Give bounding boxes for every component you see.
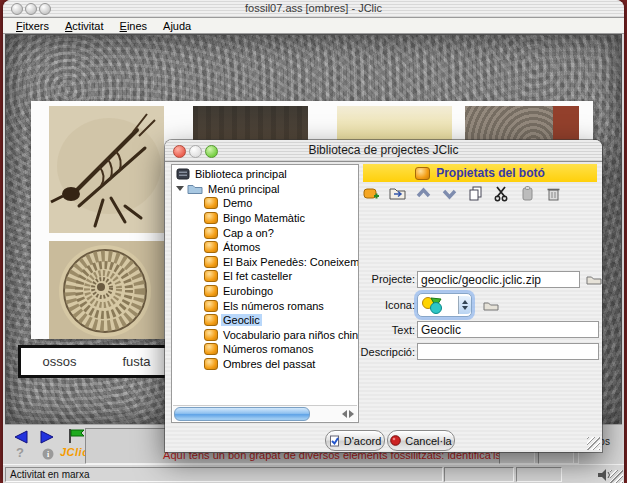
fossil-ammonite-image[interactable] bbox=[49, 241, 164, 339]
copy-icon[interactable] bbox=[467, 185, 484, 202]
tree-item-label: Números romanos bbox=[221, 343, 315, 355]
scrollbar-thumb[interactable] bbox=[174, 407, 310, 421]
tree-folder-label: Menú principal bbox=[206, 183, 282, 195]
description-field[interactable] bbox=[417, 343, 599, 360]
tree-item-label: Els números romans bbox=[221, 300, 326, 312]
project-tree-panel: Biblioteca principal Menú principal Demo bbox=[171, 164, 359, 423]
main-titlebar[interactable]: fossil07.ass [ombres] - JClic bbox=[3, 0, 624, 18]
project-button-icon bbox=[204, 300, 218, 312]
word-cell[interactable]: ossos bbox=[21, 354, 98, 369]
ok-icon bbox=[329, 435, 340, 447]
dialog-resize-grip[interactable] bbox=[587, 437, 600, 450]
new-button-icon[interactable] bbox=[363, 185, 380, 202]
text-field-label: Text: bbox=[315, 324, 415, 336]
project-button-icon bbox=[204, 212, 218, 224]
icon-field-label: Icona: bbox=[315, 299, 415, 311]
project-button-icon bbox=[204, 227, 218, 239]
project-button-icon bbox=[204, 358, 218, 370]
restart-flag-icon[interactable] bbox=[66, 428, 87, 448]
move-down-icon[interactable] bbox=[441, 185, 458, 202]
project-button-icon bbox=[204, 241, 218, 253]
tree-item[interactable]: Eurobingo bbox=[172, 284, 358, 299]
properties-header-label: Propietats del botó bbox=[436, 166, 545, 180]
dialog-minimize-icon[interactable] bbox=[189, 145, 202, 158]
scroll-left-icon[interactable] bbox=[342, 410, 347, 418]
project-button-icon bbox=[204, 270, 218, 282]
menu-item[interactable]: Eines bbox=[112, 20, 156, 32]
ok-button-label: D'acord bbox=[344, 435, 382, 447]
tree-item[interactable]: Átomos bbox=[172, 240, 358, 255]
zoom-icon[interactable] bbox=[39, 3, 51, 15]
jclic-shapes-icon bbox=[421, 297, 445, 314]
tree-item-label: Bingo Matemàtic bbox=[221, 212, 307, 224]
project-field[interactable] bbox=[417, 271, 580, 288]
description-field-label: Descripció: bbox=[315, 346, 415, 358]
project-button-icon bbox=[204, 314, 218, 326]
menu-item[interactable]: Fitxers bbox=[8, 20, 57, 32]
delete-icon[interactable] bbox=[545, 185, 562, 202]
window-resize-grip[interactable] bbox=[610, 470, 623, 483]
close-icon[interactable] bbox=[11, 3, 23, 15]
tree-item[interactable]: Ombres del passat bbox=[172, 357, 358, 372]
status-message-cell: Activitat en marxa bbox=[5, 467, 443, 482]
cancel-icon bbox=[390, 435, 401, 446]
dialog-titlebar[interactable]: Biblioteca de projectes JClic bbox=[165, 140, 602, 162]
tree-item[interactable]: El Baix Penedès: Coneixem la co bbox=[172, 255, 358, 270]
tree-item-label: Ombres del passat bbox=[221, 358, 317, 370]
tree-item-label: Eurobingo bbox=[221, 285, 275, 297]
project-button-icon bbox=[204, 256, 218, 268]
dialog-close-icon[interactable] bbox=[173, 145, 186, 158]
move-up-icon[interactable] bbox=[415, 185, 432, 202]
menubar: FitxersActivitatEinesAjuda bbox=[3, 18, 624, 34]
stepper-up-icon[interactable] bbox=[462, 300, 468, 304]
button-icon bbox=[415, 167, 430, 180]
statusbar: Activitat en marxa bbox=[3, 464, 624, 483]
scroll-right-icon[interactable] bbox=[349, 410, 354, 418]
tree-root-label: Biblioteca principal bbox=[193, 168, 289, 180]
tree-item-label: El Baix Penedès: Coneixem la co bbox=[221, 256, 359, 268]
status-text: Activitat en marxa bbox=[6, 468, 442, 481]
project-library-dialog: Biblioteca de projectes JClic Biblioteca… bbox=[165, 140, 602, 452]
tree-root-row[interactable]: Biblioteca principal bbox=[172, 167, 358, 182]
paste-icon[interactable] bbox=[519, 185, 536, 202]
word-cell[interactable]: fusta bbox=[98, 354, 175, 369]
menu-item[interactable]: Activitat bbox=[57, 20, 112, 32]
disclosure-triangle-icon[interactable] bbox=[176, 186, 184, 191]
icon-selector[interactable] bbox=[417, 293, 472, 317]
dialog-title: Biblioteca de projectes JClic bbox=[165, 140, 602, 161]
library-icon bbox=[176, 168, 190, 180]
browse-project-folder-icon[interactable] bbox=[586, 272, 602, 290]
dialog-zoom-icon[interactable] bbox=[205, 145, 218, 158]
browse-icon-folder-icon[interactable] bbox=[483, 298, 499, 316]
project-field-label: Projecte: bbox=[315, 273, 415, 285]
status-cell bbox=[516, 467, 562, 482]
ok-button[interactable]: D'acord bbox=[325, 430, 385, 451]
properties-header: Propietats del botó bbox=[363, 164, 597, 182]
window-title: fossil07.ass [ombres] - JClic bbox=[3, 0, 624, 17]
cancel-button[interactable]: Cancel·la bbox=[387, 430, 455, 451]
icon-stepper[interactable] bbox=[458, 296, 471, 314]
tree-item[interactable]: Cap a on? bbox=[172, 225, 358, 240]
stepper-down-icon[interactable] bbox=[462, 306, 468, 310]
tree-horizontal-scrollbar[interactable] bbox=[173, 405, 357, 421]
menu-folder-icon bbox=[187, 183, 203, 195]
help-icon[interactable]: ? bbox=[16, 445, 24, 460]
cut-icon[interactable] bbox=[493, 185, 510, 202]
tree-item-label: Demo bbox=[221, 197, 254, 209]
tree-item[interactable]: Bingo Matemàtic bbox=[172, 211, 358, 226]
dialog-toolbar bbox=[363, 185, 562, 202]
fossil-skeleton-image[interactable] bbox=[49, 106, 164, 233]
menu-item[interactable]: Ajuda bbox=[155, 20, 199, 32]
tree-folder-row[interactable]: Menú principal bbox=[172, 182, 358, 197]
project-button-icon bbox=[204, 285, 218, 297]
info-icon[interactable]: i bbox=[42, 446, 54, 464]
minimize-icon[interactable] bbox=[25, 3, 37, 15]
tree-item[interactable]: Demo bbox=[172, 196, 358, 211]
new-menu-icon[interactable] bbox=[389, 185, 406, 202]
tree-item-label: Cap a on? bbox=[221, 227, 276, 239]
tree-item-label: Átomos bbox=[221, 241, 262, 253]
project-button-icon bbox=[204, 197, 218, 209]
status-cell bbox=[444, 467, 514, 482]
tree-item-label: El fet casteller bbox=[221, 270, 294, 282]
text-field[interactable] bbox=[417, 321, 599, 338]
